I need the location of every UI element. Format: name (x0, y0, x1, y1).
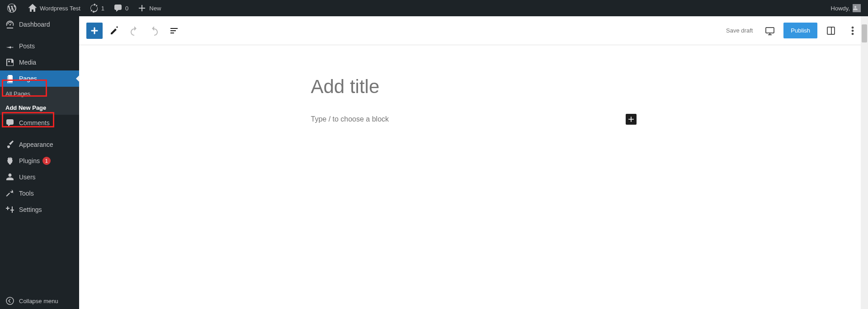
pin-icon (5, 42, 14, 51)
menu-label: Media (19, 59, 36, 66)
users-icon (5, 173, 14, 182)
svg-rect-2 (827, 27, 835, 34)
brush-icon (5, 140, 14, 149)
person-icon (853, 5, 858, 12)
inline-inserter-button[interactable] (626, 114, 637, 125)
plus-icon (89, 25, 100, 36)
menu-label: Comments (19, 119, 50, 126)
updates-link[interactable]: 1 (86, 0, 108, 16)
desktop-icon (764, 25, 775, 36)
scrollbar-thumb[interactable] (862, 24, 867, 42)
publish-button[interactable]: Publish (783, 23, 817, 38)
menu-pages[interactable]: Pages (0, 70, 79, 87)
collapse-icon (5, 296, 14, 305)
menu-label: Tools (19, 190, 34, 197)
pencil-icon (109, 25, 120, 36)
update-icon (90, 4, 99, 13)
default-block-appender[interactable]: Type / to choose a block (311, 115, 626, 123)
menu-label: Dashboard (19, 21, 50, 28)
sliders-icon (5, 205, 14, 214)
plus-icon (137, 4, 146, 13)
menu-settings[interactable]: Settings (0, 201, 79, 218)
svg-point-4 (852, 27, 854, 28)
site-name-link[interactable]: Wordpress Test (24, 0, 84, 16)
wrench-icon (5, 189, 14, 198)
options-menu-button[interactable] (844, 23, 861, 39)
avatar (853, 4, 861, 12)
plugins-badge: 1 (42, 157, 51, 165)
wordpress-icon (7, 4, 16, 13)
editor-area: Save draft Publish Add title Type / to c… (79, 16, 868, 309)
menu-label: Settings (19, 206, 42, 213)
undo-icon (129, 25, 140, 36)
updates-count: 1 (101, 5, 104, 12)
submenu-add-new-page[interactable]: Add New Page (0, 101, 79, 115)
pages-submenu: All Pages Add New Page (0, 87, 79, 115)
redo-icon (149, 25, 160, 36)
post-title-input[interactable]: Add title (311, 72, 637, 101)
document-overview-button[interactable] (166, 23, 182, 39)
editor-canvas: Add title Type / to choose a block (79, 45, 868, 309)
menu-dashboard[interactable]: Dashboard (0, 16, 79, 33)
svg-rect-1 (766, 28, 774, 33)
comment-icon (113, 4, 123, 13)
wp-logo-menu[interactable] (4, 0, 23, 16)
menu-label: Users (19, 173, 36, 181)
admin-sidebar: Dashboard Posts Media Pages All Pages Ad… (0, 16, 79, 309)
dashboard-icon (5, 20, 14, 29)
new-label: New (149, 5, 161, 12)
plus-icon (627, 115, 636, 124)
settings-sidebar-toggle[interactable] (823, 23, 839, 39)
menu-comments[interactable]: Comments (0, 115, 79, 131)
menu-label: Plugins (19, 157, 40, 164)
list-view-icon (169, 25, 179, 36)
vertical-scrollbar[interactable] (861, 16, 868, 309)
svg-point-6 (852, 33, 854, 34)
media-icon (5, 58, 14, 67)
menu-label: Posts (19, 42, 35, 50)
redo-button[interactable] (146, 23, 162, 39)
save-draft-button[interactable]: Save draft (722, 23, 756, 37)
menu-label: Appearance (19, 141, 53, 148)
sidebar-icon (826, 25, 836, 36)
menu-tools[interactable]: Tools (0, 185, 79, 201)
admin-bar: Wordpress Test 1 0 New Howdy, (0, 0, 868, 16)
new-content-link[interactable]: New (134, 0, 165, 16)
tools-button[interactable] (106, 23, 123, 39)
home-icon (28, 4, 37, 13)
howdy-text: Howdy, (831, 5, 850, 12)
menu-posts[interactable]: Posts (0, 38, 79, 54)
menu-users[interactable]: Users (0, 169, 79, 185)
menu-label: Collapse menu (19, 298, 58, 304)
undo-button[interactable] (126, 23, 142, 39)
toggle-block-inserter-button[interactable] (86, 23, 103, 39)
collapse-menu[interactable]: Collapse menu (0, 293, 79, 309)
menu-appearance[interactable]: Appearance (0, 136, 79, 153)
submenu-all-pages[interactable]: All Pages (0, 87, 79, 101)
comments-count: 0 (125, 5, 128, 12)
menu-label: Pages (19, 75, 37, 82)
svg-point-5 (852, 30, 854, 31)
plugin-icon (5, 156, 14, 165)
comments-icon (5, 118, 14, 127)
page-icon (5, 74, 14, 83)
preview-button[interactable] (762, 23, 778, 39)
menu-media[interactable]: Media (0, 54, 79, 70)
menu-plugins[interactable]: Plugins 1 (0, 153, 79, 169)
my-account-link[interactable]: Howdy, (827, 0, 864, 16)
editor-toolbar: Save draft Publish (79, 16, 868, 45)
svg-point-0 (6, 297, 14, 304)
site-name-text: Wordpress Test (40, 5, 80, 12)
kebab-icon (847, 25, 858, 36)
comments-link[interactable]: 0 (110, 0, 132, 16)
